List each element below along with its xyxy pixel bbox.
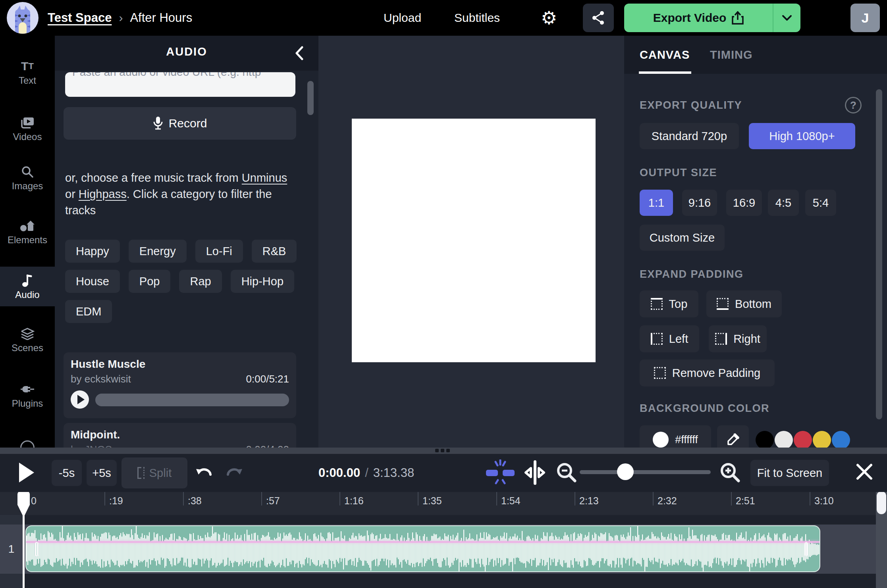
- desc-text: or: [65, 188, 79, 200]
- size-9-16-button[interactable]: 9:16: [682, 190, 717, 216]
- help-icon[interactable]: ?: [845, 97, 862, 113]
- category-lofi[interactable]: Lo-Fi: [195, 240, 243, 263]
- eyedropper-button[interactable]: [717, 425, 749, 448]
- export-video-main[interactable]: Export Video: [624, 4, 773, 32]
- zoom-in-button[interactable]: [719, 462, 741, 483]
- sidebar-item-scenes[interactable]: Scenes: [0, 325, 55, 355]
- category-house[interactable]: House: [65, 270, 120, 293]
- tool-sidebar: TT Text Videos Images Elements Audio: [0, 36, 55, 448]
- swatch-red[interactable]: [794, 431, 812, 448]
- pad-bottom-button[interactable]: Bottom: [706, 290, 782, 317]
- ruler-tick: [104, 492, 105, 505]
- audio-panel: AUDIO Paste an audio or video URL (e.g. …: [55, 36, 318, 448]
- cat-logo-icon: [6, 2, 39, 34]
- sidebar-item-elements[interactable]: Elements: [0, 217, 55, 248]
- timeline-scrollbar-track[interactable]: [876, 489, 887, 588]
- split-icon: [137, 467, 145, 479]
- pad-left-button[interactable]: Left: [640, 325, 699, 352]
- breadcrumb-workspace[interactable]: Test Space: [48, 11, 112, 25]
- audio-clip[interactable]: [25, 525, 820, 572]
- export-options-caret[interactable]: [773, 4, 800, 32]
- sidebar-item-images[interactable]: Images: [0, 163, 55, 194]
- timeline-scrollbar-thumb[interactable]: [877, 491, 886, 514]
- panel-scrollbar-thumb[interactable]: [876, 89, 882, 419]
- sidebar-item-text[interactable]: TT Text: [0, 57, 55, 88]
- remove-padding-button[interactable]: Remove Padding: [640, 359, 775, 386]
- music-track-card[interactable]: Hustle Muscle by eckskwisit 0:00/5:21: [64, 352, 296, 418]
- audio-url-input[interactable]: Paste an audio or video URL (e.g. http: [65, 72, 295, 97]
- breadcrumb-project[interactable]: After Hours: [130, 11, 192, 25]
- music-track-card[interactable]: Midpoint. by JNGS 0:00/4:00: [64, 423, 296, 448]
- export-video-label: Export Video: [653, 11, 726, 25]
- clip-trim-handle-right[interactable]: [805, 542, 808, 556]
- undo-button[interactable]: [195, 464, 214, 481]
- play-button[interactable]: [19, 463, 34, 482]
- zoom-out-button[interactable]: [556, 462, 577, 483]
- tab-canvas[interactable]: CANVAS: [640, 48, 690, 61]
- pad-bottom-icon: [717, 298, 729, 310]
- export-video-button[interactable]: Export Video: [624, 4, 800, 32]
- subtitles-button[interactable]: Subtitles: [454, 0, 500, 36]
- sidebar-item-audio[interactable]: Audio: [0, 271, 55, 302]
- quality-standard-button[interactable]: Standard 720p: [640, 123, 739, 149]
- category-rnb[interactable]: R&B: [252, 240, 297, 263]
- timeline-zoom-slider[interactable]: [580, 470, 711, 474]
- redo-button[interactable]: [225, 464, 243, 481]
- background-hex-button[interactable]: #ffffff: [640, 425, 711, 448]
- share-icon: [592, 11, 605, 25]
- panel-scrollbar-thumb[interactable]: [307, 81, 314, 115]
- export-icon: [732, 11, 744, 25]
- ruler-tick: [339, 492, 340, 505]
- category-happy[interactable]: Happy: [65, 240, 120, 263]
- close-timeline-button[interactable]: [855, 463, 874, 481]
- size-4-5-button[interactable]: 4:5: [768, 190, 799, 216]
- pad-left-label: Left: [669, 332, 688, 346]
- category-energy[interactable]: Energy: [129, 240, 187, 263]
- size-5-4-button[interactable]: 5:4: [805, 190, 836, 216]
- preview-progress-bar[interactable]: [95, 394, 289, 406]
- user-avatar[interactable]: J: [850, 4, 880, 32]
- share-button[interactable]: [583, 4, 614, 32]
- category-hiphop[interactable]: Hip-Hop: [231, 270, 294, 293]
- upload-button[interactable]: Upload: [384, 0, 421, 36]
- forward-5s-button[interactable]: +5s: [87, 460, 117, 486]
- category-edm[interactable]: EDM: [65, 300, 112, 323]
- size-1-1-button[interactable]: 1:1: [640, 190, 673, 216]
- quality-high-button[interactable]: High 1080p+: [749, 123, 855, 149]
- category-rap[interactable]: Rap: [179, 270, 222, 293]
- swatch-black[interactable]: [756, 431, 774, 448]
- swatch-blue[interactable]: [832, 431, 850, 448]
- images-icon: [21, 165, 34, 179]
- rewind-5s-button[interactable]: -5s: [52, 460, 82, 486]
- collapse-panel-button[interactable]: [291, 44, 307, 62]
- pad-top-button[interactable]: Top: [640, 290, 698, 317]
- size-16-9-button[interactable]: 16:9: [726, 190, 762, 216]
- split-playhead-button[interactable]: [523, 459, 546, 486]
- snapping-toggle-button[interactable]: [484, 459, 517, 486]
- clip-trim-handle-left[interactable]: [35, 542, 39, 556]
- sidebar-item-videos[interactable]: Videos: [0, 113, 55, 144]
- category-pop[interactable]: Pop: [129, 270, 171, 293]
- record-button[interactable]: Record: [64, 107, 296, 140]
- play-preview-button[interactable]: [71, 390, 89, 409]
- sidebar-item-partial-icon[interactable]: [20, 440, 35, 448]
- highpass-link[interactable]: Highpass: [79, 188, 127, 200]
- timeline-resize-handle[interactable]: [0, 448, 887, 454]
- swatch-yellow[interactable]: [813, 431, 831, 448]
- settings-gear-icon[interactable]: ⚙: [541, 0, 557, 36]
- volume-line[interactable]: [26, 541, 820, 543]
- workspace-logo[interactable]: [6, 2, 39, 34]
- track-artist: by JNGS: [71, 444, 112, 448]
- video-canvas[interactable]: [352, 119, 596, 362]
- sidebar-item-plugins[interactable]: Plugins: [0, 380, 55, 411]
- split-button[interactable]: Split: [121, 457, 187, 488]
- pad-right-button[interactable]: Right: [709, 325, 767, 352]
- timeline-ruler[interactable]: 0 :19 :38 :57 1:16 1:35 1:54 2:13 2:32 2…: [0, 492, 887, 515]
- tab-timing[interactable]: TIMING: [710, 48, 753, 61]
- zoom-slider-thumb[interactable]: [617, 463, 634, 480]
- fit-to-screen-button[interactable]: Fit to Screen: [750, 460, 829, 486]
- swatch-white[interactable]: [775, 431, 793, 448]
- custom-size-button[interactable]: Custom Size: [640, 225, 725, 251]
- unminus-link[interactable]: Unminus: [242, 171, 287, 184]
- undo-icon: [195, 464, 214, 481]
